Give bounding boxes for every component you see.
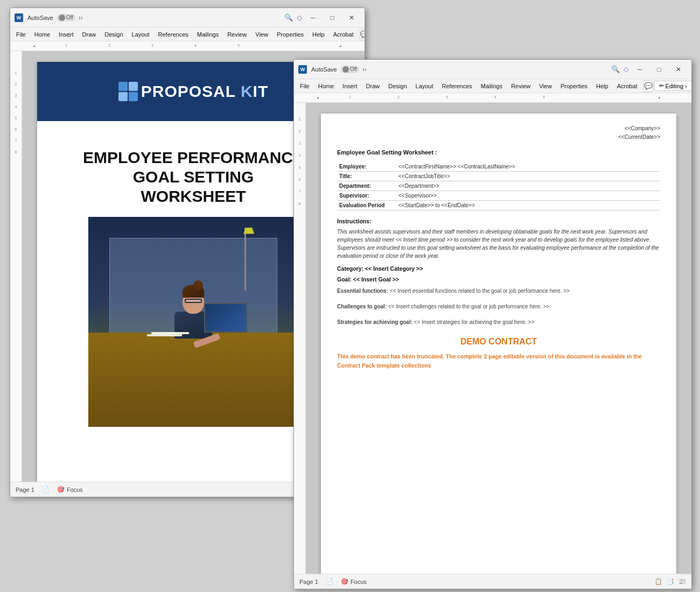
pk-logo-kit: K [241,82,253,100]
comment-button-2[interactable]: 💬 [643,80,653,92]
ruler-1: ◂ 1 2 3 4 5 ▸ [10,41,365,51]
menu-properties-2[interactable]: Properties [557,82,591,90]
focus-button-1[interactable]: 🎯 Focus [57,486,83,493]
menu-layout-2[interactable]: Layout [412,82,437,90]
pk-cube-4 [129,92,138,101]
form-row-title: Title: <<ContractJobTitle>> [337,172,660,181]
word-logo-1: W [15,13,23,22]
date-field: <<CurrentDate>> [337,133,660,142]
ruler-content-2: ◂ 1 2 3 4 5 ▸ [295,93,690,102]
laptop [204,303,247,333]
view-icon-1[interactable]: 📄 [42,486,50,493]
menu-help-2[interactable]: Help [592,82,612,90]
strategies-label: Strategies for achieving goal: [337,319,412,325]
pk-cube-2 [129,82,138,91]
department-label: Department: [337,181,396,191]
menu-acrobat-1[interactable]: Acrobat [330,30,358,39]
menu-home-2[interactable]: Home [314,82,338,90]
nav-arrows-1[interactable]: ›› [79,14,83,22]
supervisor-label: Supervisor: [337,191,396,201]
menu-mailings-1[interactable]: Mailings [193,30,222,39]
focus-icon-2: 🎯 [341,578,348,585]
diamond-icon-2: ◇ [624,65,629,73]
menu-properties-1[interactable]: Properties [273,30,307,39]
instructions-text: This worksheet assists supervisors and t… [337,228,660,260]
title-bar-1: W AutoSave Off ›› 🔍 ◇ ─ □ ✕ [10,8,365,27]
form-row-department: Department: <<Department>> [337,181,660,191]
menu-view-2[interactable]: View [535,82,556,90]
menu-review-1[interactable]: Review [223,30,250,39]
lamp-pole [244,228,246,291]
layout-icon-2b[interactable]: 📑 [667,578,674,585]
menu-layout-1[interactable]: Layout [128,30,153,39]
menu-file-2[interactable]: File [296,82,313,90]
menu-help-1[interactable]: Help [309,30,328,39]
page2-header: <<Company>> <<CurrentDate>> [337,124,660,142]
menu-insert-2[interactable]: Insert [339,82,361,90]
menu-acrobat-2[interactable]: Acrobat [613,82,641,90]
doc-area-2: 12345678 <<Company>> <<CurrentDate>> Emp… [294,103,691,574]
word-window-2: W AutoSave Off ›› 🔍 ◇ ─ □ ✕ File Home In… [293,59,692,589]
layout-icon-2c[interactable]: 📰 [678,578,686,585]
minimize-button-2[interactable]: ─ [631,63,648,76]
goal-label: Goal: << Insert Goal >> [337,276,660,283]
menu-home-1[interactable]: Home [31,30,54,39]
page-indicator-2: Page 1 [299,579,318,585]
menu-references-2[interactable]: References [438,82,476,90]
autosave-toggle-2[interactable]: Off [340,66,359,73]
maximize-button-1[interactable]: □ [324,11,341,24]
page-2: <<Company>> <<CurrentDate>> Employee Goa… [321,114,676,574]
doc-section-title: Employee Goal Setting Worksheet : [337,149,660,156]
person-scene [88,217,298,427]
category-label: Category: << Insert Category >> [337,265,660,272]
title-value: <<ContractJobTitle>> [396,172,660,181]
autosave-toggle-1[interactable]: Off [57,14,75,22]
menu-draw-2[interactable]: Draw [362,82,384,90]
close-button-2[interactable]: ✕ [670,63,687,76]
layout-icon-2a[interactable]: 📋 [655,578,662,585]
layout-icons-2: 📋 📑 📰 [655,578,686,585]
menu-design-2[interactable]: Design [384,82,410,90]
menu-view-1[interactable]: View [251,30,272,39]
maximize-button-2[interactable]: □ [650,63,668,76]
minimize-button-1[interactable]: ─ [304,11,321,24]
autosave-label-2: AutoSave [311,66,337,73]
word-logo-2: W [298,65,307,74]
challenges-field: Challenges to goal: << Insert challenges… [337,302,660,311]
diamond-icon-1: ◇ [297,13,302,22]
vertical-ruler-1: 12345678 [10,51,22,482]
menu-mailings-2[interactable]: Mailings [477,82,506,90]
demo-text-content: This demo contract has been truncated. T… [337,353,642,369]
editing-button-2[interactable]: ✏ Editing › [654,81,692,91]
eval-label: Evaluation Period [337,201,396,210]
pk-cube-3 [118,92,128,101]
menu-review-2[interactable]: Review [507,82,534,90]
strategies-text: << Insert strategies for achieving the g… [414,319,534,325]
form-row-employee: Employee: <<ContractFirstName>> <<Contra… [337,162,660,172]
demo-contract-title: DEMO CONTRACT [337,337,660,347]
search-icon-2[interactable]: 🔍 [611,65,620,74]
menu-insert-1[interactable]: Insert [55,30,78,39]
close-button-1[interactable]: ✕ [343,11,360,24]
comment-button-1[interactable]: 💬 [360,29,365,40]
menu-file-1[interactable]: File [12,30,30,39]
page-indicator-1: Page 1 [16,487,34,493]
menu-draw-1[interactable]: Draw [79,30,100,39]
toggle-knob-2 [342,66,349,73]
nav-arrows-2[interactable]: ›› [362,66,367,73]
department-value: <<Department>> [396,181,660,191]
menu-design-1[interactable]: Design [101,30,127,39]
focus-button-2[interactable]: 🎯 Focus [341,578,367,585]
form-row-eval: Evaluation Period <<StartDate>> to <<End… [337,201,660,210]
search-icon-1[interactable]: 🔍 [284,13,293,23]
focus-icon-1: 🎯 [57,486,65,493]
title-heading: EMPLOYEE PERFORMANCE GOAL SETTING WORKSH… [59,148,328,206]
view-icon-2[interactable]: 📄 [326,578,333,585]
menu-references-1[interactable]: References [155,30,192,39]
company-field: <<Company>> [337,124,660,133]
vertical-ruler-2: 12345678 [294,103,306,574]
paper-2 [147,334,182,336]
employee-value: <<ContractFirstName>> <<ContractLastName… [396,162,660,172]
window-controls-2: ◇ ─ □ ✕ [624,63,687,76]
strategies-field: Strategies for achieving goal: << Insert… [337,318,660,326]
